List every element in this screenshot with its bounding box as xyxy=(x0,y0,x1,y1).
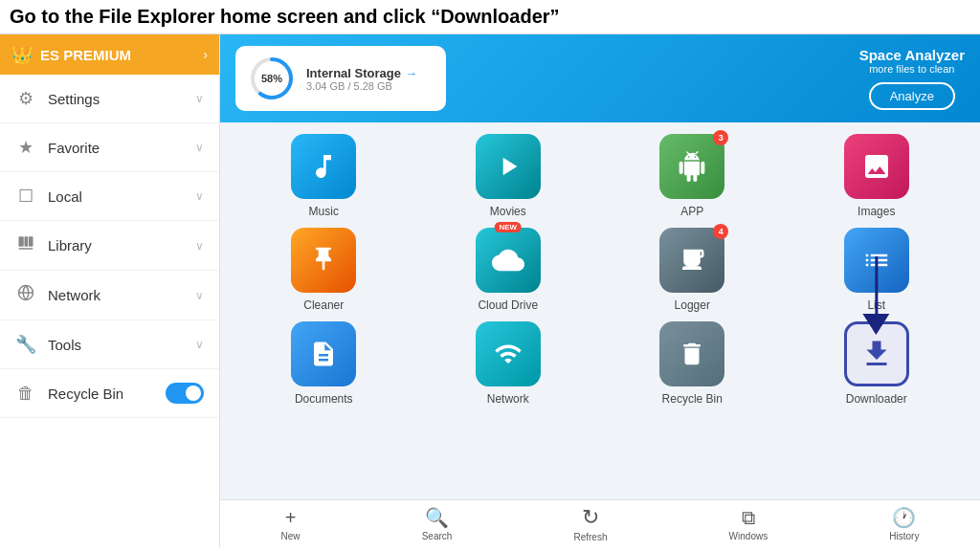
svg-rect-2 xyxy=(29,236,33,247)
storage-circle: 58% xyxy=(249,55,295,101)
nav-windows-label: Windows xyxy=(729,531,768,541)
music-label: Music xyxy=(309,205,339,218)
grid-item-movies[interactable]: Movies xyxy=(424,134,593,218)
local-icon: ☐ xyxy=(15,186,36,207)
recycle-bin-grid-icon xyxy=(659,321,724,386)
new-icon: + xyxy=(285,507,297,529)
sidebar-item-label: Local xyxy=(48,188,184,205)
grid-item-downloader[interactable]: Downloader xyxy=(792,321,962,406)
grid-item-network[interactable]: Network xyxy=(424,321,593,406)
sidebar-item-label: Network xyxy=(48,287,184,303)
cloud-drive-icon: NEW xyxy=(476,228,541,293)
svg-rect-3 xyxy=(19,248,33,250)
downloader-label: Downloader xyxy=(846,392,907,406)
nav-history-label: History xyxy=(889,531,919,541)
network-grid-label: Network xyxy=(487,392,529,406)
storage-size: 3.04 GB / 5.28 GB xyxy=(306,80,417,92)
music-icon xyxy=(291,134,356,199)
recycle-bin-icon: 🗑 xyxy=(15,384,36,404)
space-analyzer: Space Analyzer more files to clean Analy… xyxy=(859,47,965,110)
chevron-icon: ∨ xyxy=(195,189,204,203)
nav-item-new[interactable]: + New xyxy=(281,507,301,541)
recycle-bin-grid-label: Recycle Bin xyxy=(662,392,723,406)
storage-arrow-icon: → xyxy=(405,66,417,80)
logger-icon: 4 xyxy=(659,228,724,293)
nav-refresh-label: Refresh xyxy=(573,532,607,542)
sidebar-item-network[interactable]: Network ∨ xyxy=(0,271,219,320)
grid-item-cleaner[interactable]: Cleaner xyxy=(239,228,409,312)
network-grid-icon xyxy=(476,321,541,386)
sidebar-item-library[interactable]: Library ∨ xyxy=(0,221,219,271)
grid-item-music[interactable]: Music xyxy=(239,134,409,218)
documents-icon xyxy=(291,321,356,386)
grid-area: Music Movies 3 APP xyxy=(220,122,980,499)
instruction-bar: Go to the File Explorer home screen and … xyxy=(0,0,980,34)
app-badge: 3 xyxy=(713,130,728,145)
images-label: Images xyxy=(858,205,895,218)
nav-new-label: New xyxy=(281,531,301,541)
chevron-icon: ∨ xyxy=(195,92,204,105)
history-icon: 🕐 xyxy=(892,506,916,529)
search-icon: 🔍 xyxy=(425,506,449,529)
logger-label: Logger xyxy=(675,298,710,312)
star-icon: ★ xyxy=(15,137,36,158)
grid-item-logger[interactable]: 4 Logger xyxy=(608,228,777,312)
sidebar-item-label: Tools xyxy=(48,337,184,353)
svg-rect-0 xyxy=(19,236,24,247)
crown-icon: 👑 xyxy=(11,44,33,65)
nav-item-search[interactable]: 🔍 Search xyxy=(422,506,453,541)
sidebar-item-label: Library xyxy=(48,237,184,253)
chevron-icon: ∨ xyxy=(195,141,204,154)
sidebar-item-recycle-bin[interactable]: 🗑 Recycle Bin xyxy=(0,369,219,418)
sidebar-item-local[interactable]: ☐ Local ∨ xyxy=(0,172,219,221)
content-header: 58% Internal Storage → 3.04 GB / 5.28 GB… xyxy=(220,34,980,122)
tools-icon: 🔧 xyxy=(15,334,36,355)
recycle-bin-toggle[interactable] xyxy=(166,383,204,404)
instruction-text: Go to the File Explorer home screen and … xyxy=(10,6,560,27)
nav-item-history[interactable]: 🕐 History xyxy=(889,506,919,541)
refresh-icon: ↻ xyxy=(582,505,599,530)
analyzer-title: Space Analyzer xyxy=(859,47,965,63)
analyze-button[interactable]: Analyze xyxy=(869,82,955,110)
chevron-icon: ∨ xyxy=(195,239,204,253)
grid-item-app[interactable]: 3 APP xyxy=(608,134,777,218)
chevron-icon: ∨ xyxy=(195,338,204,351)
grid-item-documents[interactable]: Documents xyxy=(239,321,409,406)
nav-item-windows[interactable]: ⧉ Windows xyxy=(729,507,768,541)
sidebar-item-label: Favorite xyxy=(48,140,184,156)
network-icon xyxy=(15,284,36,306)
sidebar-item-settings[interactable]: ⚙ Settings ∨ xyxy=(0,75,219,123)
cloud-drive-label: Cloud Drive xyxy=(478,298,538,312)
logger-badge: 4 xyxy=(713,224,728,239)
app-icon: 3 xyxy=(659,134,724,199)
sidebar-header[interactable]: 👑 ES PREMIUM › xyxy=(0,34,219,75)
grid-item-cloud-drive[interactable]: NEW Cloud Drive xyxy=(424,228,593,312)
nav-search-label: Search xyxy=(422,531,453,541)
movies-icon xyxy=(476,134,541,199)
premium-label: ES PREMIUM xyxy=(40,47,195,63)
sidebar-item-label: Settings xyxy=(48,91,184,107)
grid-item-images[interactable]: Images xyxy=(792,134,962,218)
sidebar-item-favorite[interactable]: ★ Favorite ∨ xyxy=(0,123,219,172)
storage-info[interactable]: 58% Internal Storage → 3.04 GB / 5.28 GB xyxy=(235,46,446,111)
sidebar-item-tools[interactable]: 🔧 Tools ∨ xyxy=(0,320,219,369)
settings-icon: ⚙ xyxy=(15,88,36,109)
bottom-nav: + New 🔍 Search ↻ Refresh ⧉ Windows 🕐 His… xyxy=(220,499,980,547)
content-area: 58% Internal Storage → 3.04 GB / 5.28 GB… xyxy=(220,34,980,547)
cleaner-label: Cleaner xyxy=(303,298,344,312)
analyzer-subtitle: more files to clean xyxy=(859,63,965,75)
arrow-line xyxy=(875,256,878,314)
sidebar-header-arrow-icon: › xyxy=(203,47,208,62)
nav-item-refresh[interactable]: ↻ Refresh xyxy=(573,505,607,542)
documents-label: Documents xyxy=(295,392,353,406)
svg-rect-1 xyxy=(25,236,29,247)
grid-item-recycle-bin[interactable]: Recycle Bin xyxy=(608,321,777,406)
storage-percent: 58% xyxy=(261,73,282,84)
chevron-icon: ∨ xyxy=(195,289,204,302)
arrow-head xyxy=(863,314,890,335)
sidebar-item-label: Recycle Bin xyxy=(48,386,154,402)
sidebar: 👑 ES PREMIUM › ⚙ Settings ∨ ★ Favorite ∨… xyxy=(0,34,220,547)
app-grid: Music Movies 3 APP xyxy=(239,134,961,406)
storage-text: Internal Storage → 3.04 GB / 5.28 GB xyxy=(306,66,417,92)
movies-label: Movies xyxy=(490,205,526,218)
